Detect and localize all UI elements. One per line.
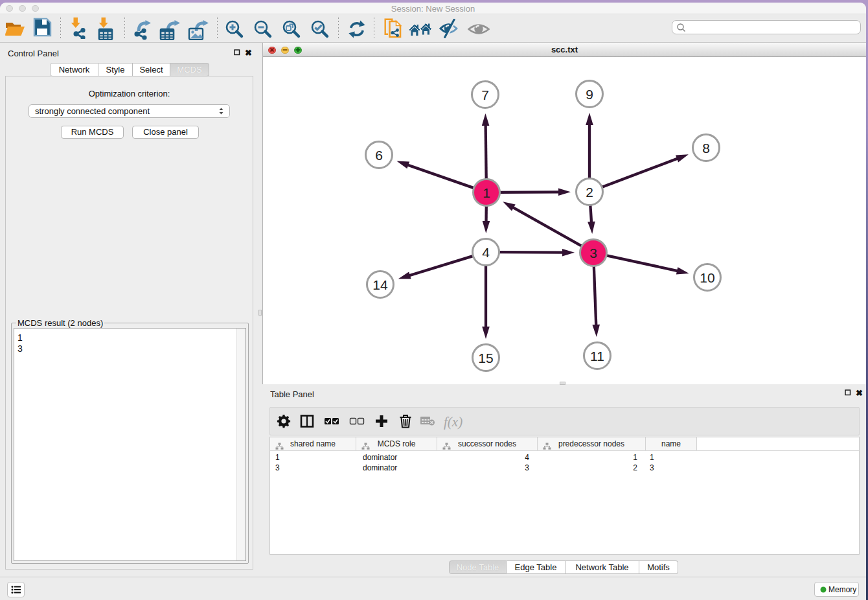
svg-text:15: 15 [478, 351, 493, 365]
svg-text:2: 2 [586, 185, 593, 200]
svg-text:7: 7 [481, 87, 489, 102]
svg-text:10: 10 [700, 270, 714, 285]
svg-text:3: 3 [589, 246, 597, 260]
svg-text:4: 4 [482, 245, 490, 260]
svg-text:9: 9 [586, 87, 593, 102]
svg-text:11: 11 [590, 349, 604, 363]
svg-text:14: 14 [372, 277, 388, 292]
svg-text:6: 6 [375, 148, 383, 163]
svg-text:1: 1 [483, 185, 490, 200]
svg-text:8: 8 [702, 141, 710, 156]
